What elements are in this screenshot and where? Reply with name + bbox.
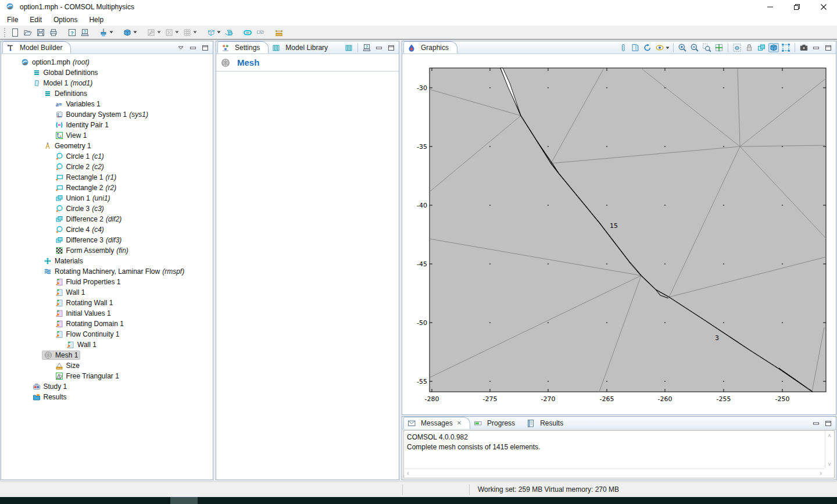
tree-item-flow-continuity-1[interactable]: Flow Continuity 1 xyxy=(1,329,213,339)
panel-minimize-icon[interactable] xyxy=(811,419,821,428)
tree-item-wall-1[interactable]: Wall 1 xyxy=(1,339,213,350)
tree-item-difference-3[interactable]: Difference 3(dif3) xyxy=(1,235,213,245)
tree-item-geometry-1[interactable]: Geometry 1 xyxy=(1,141,213,151)
scroll-right-icon[interactable]: › xyxy=(820,469,822,477)
panel-maximize-icon[interactable] xyxy=(200,43,210,52)
dropdown-caret-icon[interactable] xyxy=(193,31,197,34)
open-file-button[interactable] xyxy=(22,27,34,38)
plot-brush-button[interactable] xyxy=(97,27,115,38)
panel-maximize-icon[interactable] xyxy=(823,43,834,52)
close-tab-icon[interactable]: ✕ xyxy=(457,420,462,426)
select-frame-button[interactable] xyxy=(781,43,791,52)
menu-edit[interactable]: Edit xyxy=(24,14,48,26)
tree-item-difference-2[interactable]: Difference 2(dif2) xyxy=(1,214,213,224)
wireframe-view-button[interactable] xyxy=(205,27,223,38)
scroll-down-icon[interactable]: ∨ xyxy=(828,461,832,467)
tree-item-option1-mph[interactable]: option1.mph(root) xyxy=(1,57,213,67)
tree-item-circle-2[interactable]: Circle 2(c2) xyxy=(1,162,213,172)
dropdown-caret-icon[interactable] xyxy=(175,31,179,34)
menu-options[interactable]: Options xyxy=(48,14,83,26)
scene-cube-button[interactable] xyxy=(768,43,779,52)
tree-item-circle-4[interactable]: Circle 4(c4) xyxy=(1,224,213,235)
tab-model-library[interactable]: Model Library xyxy=(269,41,336,53)
tree-item-mesh-1[interactable]: Mesh 1 xyxy=(1,350,213,360)
new-file-button[interactable] xyxy=(9,27,22,38)
help-desk-icon[interactable]: ? xyxy=(362,43,372,52)
taskbar-active-app[interactable] xyxy=(170,497,198,504)
panel-minimize-icon[interactable] xyxy=(374,43,384,52)
panel-maximize-icon[interactable] xyxy=(386,43,396,52)
tree-item-rectangle-2[interactable]: Rectangle 2(r2) xyxy=(1,183,213,193)
tree-item-view-1[interactable]: View 1 xyxy=(1,130,213,141)
tree-item-free-triangular-1[interactable]: Free Triangular 1 xyxy=(1,371,213,381)
tree-item-variables-1[interactable]: a=Variables 1 xyxy=(1,99,213,109)
view-3d-button[interactable] xyxy=(223,27,235,38)
panel-minimize-icon[interactable] xyxy=(811,43,821,52)
interface-capsule-button[interactable] xyxy=(241,27,254,38)
tree-item-initial-values-1[interactable]: Initial Values 1 xyxy=(1,308,213,319)
dropdown-caret-icon[interactable] xyxy=(109,31,113,34)
tree-item-definitions[interactable]: Definitions xyxy=(1,88,213,99)
model-library-building-icon[interactable] xyxy=(344,43,354,52)
save-file-button[interactable] xyxy=(34,27,47,38)
tree-item-boundary-system-1[interactable]: Boundary System 1(sys1) xyxy=(1,109,213,120)
tree-item-wall-1[interactable]: Wall 1 xyxy=(1,287,213,298)
tree-item-rotating-domain-1[interactable]: Rotating Domain 1 xyxy=(1,319,213,329)
tree-item-circle-1[interactable]: Circle 1(c1) xyxy=(1,151,213,162)
tab-progress[interactable]: Progress xyxy=(470,417,523,429)
graphics-canvas[interactable]: -280-275-270-265-260-255-250-30-35-40-45… xyxy=(402,54,836,414)
view-bar-button[interactable] xyxy=(618,43,628,52)
tree-item-fluid-properties-1[interactable]: Fluid Properties 1 xyxy=(1,277,213,287)
zoom-out-button[interactable] xyxy=(689,43,700,52)
scroll-up-icon[interactable]: ∧ xyxy=(828,432,832,438)
print-button[interactable] xyxy=(47,27,60,38)
model-builder-tab[interactable]: Model Builder xyxy=(2,41,71,53)
help-desk-button[interactable]: ? xyxy=(78,27,91,38)
tree-item-results[interactable]: Results xyxy=(1,392,213,402)
minimize-window-button[interactable] xyxy=(757,0,784,14)
tree-item-materials[interactable]: Materials xyxy=(1,256,213,266)
graphics-tab[interactable]: Graphics xyxy=(403,41,457,53)
snapshot-frame-button[interactable] xyxy=(732,43,742,52)
transparency-button[interactable] xyxy=(756,43,767,52)
tree-item-rotating-wall-1[interactable]: Rotating Wall 1 xyxy=(1,298,213,308)
zoom-box-button[interactable] xyxy=(702,43,712,52)
panel-minimize-icon[interactable] xyxy=(188,43,198,52)
tab-results[interactable]: Results xyxy=(523,417,571,429)
measure-button[interactable] xyxy=(273,27,285,38)
tree-item-rotating-machinery-laminar-flow[interactable]: Rotating Machinery, Laminar Flow(rmspf) xyxy=(1,266,213,277)
tree-item-size[interactable]: Size xyxy=(1,360,213,371)
tree-item-union-1[interactable]: Union 1(uni1) xyxy=(1,193,213,203)
tab-messages[interactable]: Messages✕ xyxy=(403,417,470,429)
horizontal-scrollbar[interactable]: ‹ › xyxy=(405,469,824,477)
visibility-eye-button[interactable] xyxy=(654,43,670,52)
tree-item-model-1[interactable]: Model 1(mod1) xyxy=(1,78,213,88)
close-window-button[interactable] xyxy=(810,0,837,14)
scroll-left-icon[interactable]: ‹ xyxy=(407,469,409,477)
tab-settings[interactable]: Settings xyxy=(217,41,269,53)
tree-item-form-assembly[interactable]: Form Assembly(fin) xyxy=(1,245,213,256)
menu-help[interactable]: Help xyxy=(83,14,109,26)
vertical-scrollbar[interactable]: ∧ ∨ xyxy=(825,431,834,468)
restore-window-button[interactable] xyxy=(784,0,810,14)
panel-maximize-icon[interactable] xyxy=(823,419,834,428)
camera-button[interactable] xyxy=(799,43,809,52)
dropdown-caret-icon[interactable] xyxy=(666,47,670,49)
dropdown-caret-icon[interactable] xyxy=(133,31,137,34)
tree-item-global-definitions[interactable]: Global Definitions xyxy=(1,67,213,78)
zoom-extents-button[interactable] xyxy=(714,43,724,52)
tree-item-rectangle-1[interactable]: Rectangle 1(r1) xyxy=(1,172,213,183)
clip-plane-button[interactable] xyxy=(630,43,641,52)
tree-item-identity-pair-1[interactable]: Identity Pair 1 xyxy=(1,120,213,130)
help-button[interactable]: ? xyxy=(66,27,78,38)
dropdown-caret-icon[interactable] xyxy=(217,31,221,34)
dropdown-caret-icon[interactable] xyxy=(157,31,161,34)
geometry-cube-button[interactable] xyxy=(121,27,139,38)
tree-item-study-1[interactable]: Study 1 xyxy=(1,381,213,392)
menu-file[interactable]: File xyxy=(1,14,24,26)
tree-item-circle-3[interactable]: Circle 3(c3) xyxy=(1,203,213,214)
rotate-view-button[interactable] xyxy=(642,43,653,52)
panel-menu-dropdown-icon[interactable] xyxy=(176,43,186,52)
windows-taskbar[interactable] xyxy=(0,497,837,504)
zoom-in-button[interactable] xyxy=(677,43,688,52)
